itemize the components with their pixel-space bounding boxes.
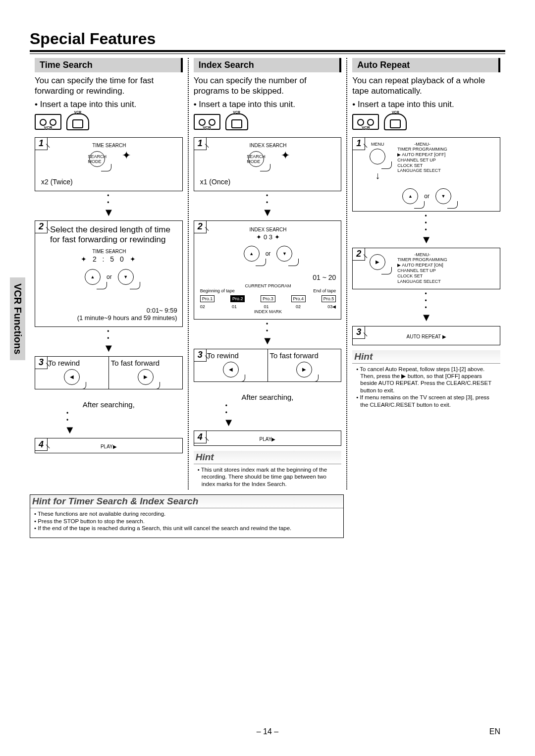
cassette-icon: VCR	[352, 114, 379, 130]
arrow-down-icon: ▼	[35, 345, 183, 351]
step-number: 3	[35, 356, 48, 369]
cassette-icon: VCR	[194, 114, 220, 130]
down-button-icon: ▼	[276, 246, 292, 262]
arrow-down-icon: ▼	[35, 209, 183, 216]
step-number: 2	[35, 220, 48, 233]
col2-step4: 4 PLAY▶	[194, 431, 342, 446]
lang-label: EN	[489, 727, 500, 736]
page-footer: – 14 – EN	[0, 727, 535, 736]
col3-hint-header: Hint	[352, 350, 500, 364]
remote-icon: VCR	[66, 113, 89, 130]
col3-step2: 2 ▶ -MENU- TIMER PROGRAMMING ▶ AUTO REPE…	[352, 248, 500, 290]
rewind-button-icon: ◀	[223, 362, 239, 378]
col2-step1: 1 INDEX SEARCH SEARCH MODE ✦ x1 (Once)	[194, 137, 342, 191]
step-number: 4	[194, 431, 207, 443]
right-button-icon: ▶	[370, 254, 385, 270]
col2-hint-body: This unit stores index mark at the begin…	[194, 464, 342, 489]
ffwd-button-icon: ▶	[138, 369, 154, 385]
up-button-icon: ▲	[85, 269, 101, 285]
bottom-hint-body: These functions are not available during…	[30, 508, 343, 534]
bottom-hint-box: Hint for Timer Search & Index Search The…	[30, 494, 344, 538]
arrow-down-icon: ▼	[352, 236, 500, 243]
arrow-down-icon: ▼	[223, 419, 342, 426]
step-number: 1	[194, 137, 207, 150]
arrow-down-icon: ▼	[194, 337, 342, 344]
down-button-icon: ▼	[118, 269, 134, 285]
menu-display: -MENU- TIMER PROGRAMMING ▶ AUTO REPEAT […	[397, 252, 447, 284]
col2-step2: 2 INDEX SEARCH ✦ 0 3 ✦ ▲ or ▼ 01 ~ 20 CU…	[194, 220, 342, 320]
col3-bullet: • Insert a tape into this unit.	[352, 100, 500, 109]
col1-step3: 3 To rewind ◀ To fast forward ▶	[35, 356, 183, 389]
col2-intro: You can specify the number of programs t…	[194, 75, 342, 97]
menu-display: -MENU- TIMER PROGRAMMING ▶ AUTO REPEAT […	[397, 142, 447, 174]
col2-step3: 3 To rewind ◀ To fast forward ▶	[194, 349, 342, 382]
arrow-down-icon: ▼	[352, 314, 500, 321]
step-number: 1	[35, 137, 48, 150]
search-mode-button-icon: SEARCH MODE	[89, 151, 105, 167]
search-mode-button-icon: SEARCH MODE	[248, 151, 264, 167]
col2-hint-header: Hint	[194, 451, 342, 464]
ffwd-button-icon: ▶	[296, 362, 312, 378]
arrow-down-icon: ▼	[64, 427, 183, 433]
col1-step1: 1 TIME SEARCH SEARCH MODE ✦ x2 (Twice)	[35, 137, 183, 191]
page-title: Special Features	[30, 30, 505, 48]
col-index-search: Index Search You can specify the number …	[189, 58, 347, 489]
down-button-icon: ▼	[435, 188, 451, 204]
page-number: – 14 –	[257, 727, 278, 736]
col3-step3: 3 AUTO REPEAT ▶	[352, 326, 500, 345]
col-time-search: Time Search You can specify the time for…	[30, 58, 188, 489]
col1-step2: 2 Select the desired length of time for …	[35, 220, 183, 327]
step-number: 3	[352, 326, 365, 339]
step-number: 3	[194, 349, 207, 362]
col3-intro: You can repeat playback of a whole tape …	[352, 75, 500, 97]
col1-intro: You can specify the time for fast forwar…	[35, 75, 183, 97]
col2-bullet: • Insert a tape into this unit.	[194, 100, 342, 109]
col3-hint-body: To cancel Auto Repeat, follow steps [1]-…	[352, 364, 500, 410]
up-button-icon: ▲	[402, 188, 418, 204]
step1-label: TIME SEARCH	[41, 143, 177, 148]
step1-note: x2 (Twice)	[41, 178, 177, 186]
col3-step1: 1 MENU ↓ -MENU- TIMER PROGRAMMING ▶ AUTO…	[352, 137, 500, 212]
col-auto-repeat: Auto Repeat You can repeat playback of a…	[347, 58, 505, 489]
col2-header: Index Search	[194, 58, 342, 72]
col3-header: Auto Repeat	[352, 58, 500, 72]
rewind-button-icon: ◀	[64, 369, 80, 385]
step2-text: Select the desired length of time for fa…	[50, 225, 177, 245]
step-number: 4	[35, 438, 48, 451]
cassette-icon: VCR	[35, 114, 61, 130]
remote-icon: VCR	[384, 113, 407, 130]
remote-icon: VCR	[225, 113, 248, 130]
step-number: 2	[194, 220, 207, 233]
arrow-down-icon: ▼	[194, 209, 342, 216]
menu-button-icon	[370, 149, 385, 164]
bottom-hint-header: Hint for Timer Search & Index Search	[30, 495, 343, 508]
step-number: 2	[352, 248, 365, 261]
step-number: 1	[352, 137, 365, 150]
title-rule	[30, 50, 505, 54]
up-button-icon: ▲	[244, 246, 260, 262]
col1-header: Time Search	[35, 58, 183, 72]
col1-bullet: • Insert a tape into this unit.	[35, 100, 183, 109]
col1-step4: 4 PLAY▶	[35, 438, 183, 453]
program-row: Pro.1 Pro.2 Pro.3 Pro.4 Pro.5	[200, 295, 336, 302]
